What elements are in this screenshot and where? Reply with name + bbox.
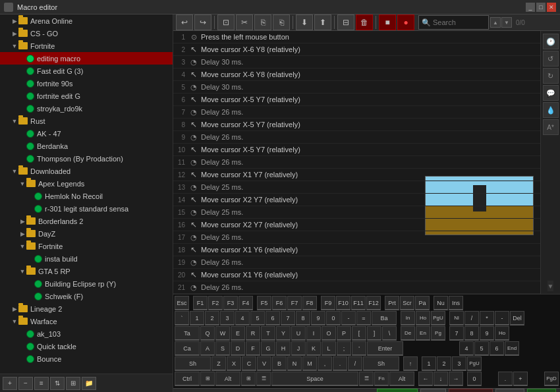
scroll-down-chevron[interactable]: ▼: [547, 281, 554, 291]
key-num-home[interactable]: Ho: [495, 326, 509, 341]
macro-row[interactable]: 13◔Delay 25 ms.: [173, 181, 540, 194]
key-num-lock[interactable]: Nl: [449, 311, 464, 325]
key-t[interactable]: T: [261, 326, 275, 341]
key-num9[interactable]: 9: [480, 326, 494, 341]
key-rshift[interactable]: Sh: [363, 356, 399, 371]
key-j[interactable]: J: [291, 341, 306, 356]
delete-button[interactable]: 🗑: [356, 14, 373, 30]
key-backtick[interactable]: `: [175, 311, 189, 325]
key-arrow-left[interactable]: ←: [418, 372, 433, 386]
key-g[interactable]: G: [261, 341, 275, 356]
macro-row[interactable]: 3◔Delay 30 ms.: [173, 56, 540, 69]
maximize-button[interactable]: □: [536, 3, 546, 12]
macro-row[interactable]: 11◔Delay 26 ms.: [173, 156, 540, 169]
sidebar-item-fast-edit[interactable]: Fast edit G (3): [0, 65, 173, 77]
sidebar-item-downloaded[interactable]: ▼ Downloaded: [0, 165, 173, 177]
key-l[interactable]: L: [322, 341, 336, 356]
history-icon-button[interactable]: 🕐: [543, 34, 559, 49]
grid-button[interactable]: ⊞: [66, 377, 80, 390]
sidebar-item-fortnite-dl[interactable]: ▼ Fortnite: [0, 240, 173, 252]
key-6[interactable]: 6: [266, 311, 280, 325]
key-pgdn-mid[interactable]: Pg: [431, 326, 445, 341]
key-b[interactable]: B: [272, 356, 287, 371]
sidebar-item-bounce[interactable]: Bounce: [0, 352, 173, 365]
macro-row[interactable]: 17◔Delay 26 ms.: [173, 231, 540, 244]
key-f9[interactable]: F9: [321, 296, 335, 310]
key-o[interactable]: O: [322, 326, 336, 341]
add-item-button[interactable]: +: [3, 377, 17, 390]
key-num0[interactable]: 0: [467, 372, 482, 386]
key-lbracket[interactable]: [: [352, 326, 366, 341]
key-tab[interactable]: Ta: [175, 326, 200, 341]
sidebar-item-r301[interactable]: r-301 legit standard sensa: [0, 202, 173, 215]
key-prt[interactable]: Prt: [385, 296, 399, 310]
key-arrow-down[interactable]: ↓: [434, 372, 448, 386]
macro-row[interactable]: 18↖Move cursor X1 Y6 (relatively): [173, 244, 540, 256]
key-num-minus[interactable]: -: [495, 311, 509, 325]
key-num-plus[interactable]: +: [513, 372, 528, 386]
sidebar-item-fortnite-90s[interactable]: fortnite 90s: [0, 77, 173, 90]
key-backspace[interactable]: Ba: [372, 311, 397, 325]
macro-row[interactable]: 10↖Move cursor X-5 Y7 (relatively): [173, 144, 540, 156]
sidebar-item-editing-macro[interactable]: editing macro: [0, 52, 173, 65]
key-f11[interactable]: F11: [351, 296, 366, 310]
key-num3[interactable]: 3: [452, 356, 466, 371]
key-ralt[interactable]: Alt: [389, 372, 414, 386]
key-z[interactable]: Z: [211, 356, 226, 371]
sidebar-item-schweik[interactable]: Schweik (F): [0, 290, 173, 302]
key-c[interactable]: C: [242, 356, 256, 371]
key-lalt[interactable]: Alt: [215, 372, 240, 386]
ok-button[interactable]: Ok: [527, 389, 556, 392]
key-a[interactable]: A: [200, 341, 215, 356]
sidebar-item-arena-online[interactable]: ▶ Arena Online: [0, 14, 173, 27]
key-pa[interactable]: Pa: [415, 296, 430, 310]
key-ins[interactable]: Ins: [449, 296, 463, 310]
key-fn[interactable]: Fn: [374, 372, 389, 386]
undo-button[interactable]: ↩: [176, 14, 193, 30]
key-w[interactable]: W: [215, 326, 230, 341]
sidebar-item-lineage2[interactable]: ▶ Lineage 2: [0, 302, 173, 315]
key-i[interactable]: I: [306, 326, 321, 341]
key-arrow-up[interactable]: ↑: [403, 356, 418, 371]
key-8[interactable]: 8: [296, 311, 310, 325]
key-slash[interactable]: /: [348, 356, 362, 371]
key-enter[interactable]: Enter: [367, 341, 403, 356]
key-n[interactable]: N: [287, 356, 302, 371]
list-button[interactable]: ≡: [34, 377, 49, 390]
key-backslash[interactable]: \: [382, 326, 397, 341]
key-nu[interactable]: Nu: [434, 296, 448, 310]
key-app[interactable]: ☰: [256, 372, 271, 386]
move-button[interactable]: ⇅: [50, 377, 65, 390]
sidebar-item-thompson[interactable]: Thompson (By Prodaction): [0, 152, 173, 165]
key-arrow-right[interactable]: →: [449, 372, 463, 386]
key-f2[interactable]: F2: [208, 296, 223, 310]
sidebar-item-fortnite-edit-g[interactable]: fortnite edit G: [0, 90, 173, 102]
key-1[interactable]: 1: [190, 311, 204, 325]
sidebar-item-quick-tackle[interactable]: Quick tackle: [0, 340, 173, 352]
key-num4[interactable]: 4: [459, 341, 474, 356]
paste-button[interactable]: ⎗: [273, 14, 290, 30]
key-0[interactable]: 0: [326, 311, 341, 325]
sidebar-item-insta-build[interactable]: insta build: [0, 252, 173, 265]
minimize-button[interactable]: _: [526, 3, 535, 12]
key-win-r[interactable]: ⊞: [241, 372, 256, 386]
key-home[interactable]: Ho: [416, 311, 430, 325]
comment-icon-button[interactable]: 💬: [543, 85, 559, 101]
remove-item-button[interactable]: −: [18, 377, 33, 390]
key-semicolon[interactable]: ;: [337, 341, 351, 356]
key-f12[interactable]: F12: [366, 296, 381, 310]
search-input[interactable]: [433, 18, 486, 26]
key-num-pgup[interactable]: PgU: [467, 356, 482, 371]
key-f4[interactable]: F4: [238, 296, 253, 310]
copy-button[interactable]: ⎘: [254, 14, 271, 30]
key-num-star[interactable]: *: [480, 311, 494, 325]
key-esc[interactable]: Esc: [175, 296, 189, 310]
sidebar-item-berdanka[interactable]: Berdanka: [0, 140, 173, 152]
key-equals[interactable]: =: [356, 311, 371, 325]
sidebar-item-fortnite[interactable]: ▼ Fortnite: [0, 40, 173, 52]
key-lctrl[interactable]: Ctrl: [175, 372, 200, 386]
key-2[interactable]: 2: [205, 311, 219, 325]
key-num5[interactable]: 5: [474, 341, 489, 356]
macro-row[interactable]: 19◔Delay 26 ms.: [173, 256, 540, 269]
macro-row[interactable]: 16↖Move cursor X2 Y7 (relatively): [173, 219, 540, 231]
